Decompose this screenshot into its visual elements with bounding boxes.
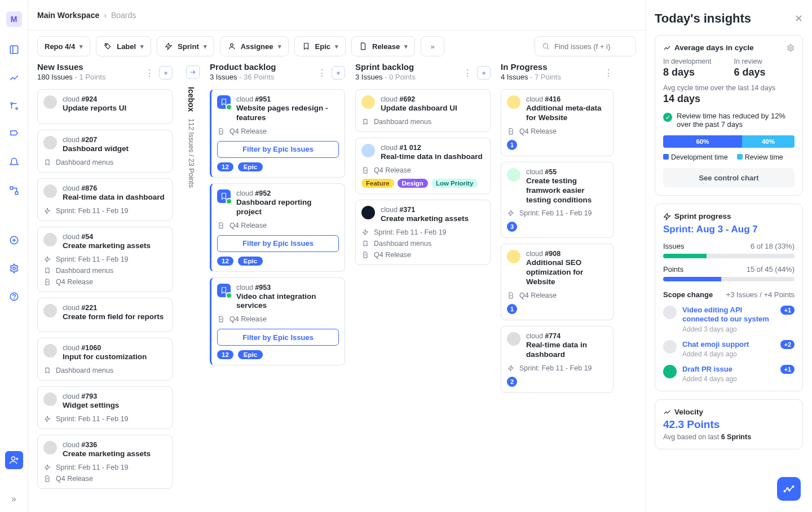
filter-assignee[interactable]: Assignee▾ xyxy=(220,36,289,56)
panel-sprint-progress: Sprint progress Sprint: Aug 3 - Aug 7 Is… xyxy=(655,204,803,391)
epic-card[interactable]: cloud #953 Video chat integration servic… xyxy=(210,277,345,366)
card-meta: Q4 Release xyxy=(361,166,484,174)
column-icebox-collapsed[interactable]: Icebox 112 Issues / 23 Points xyxy=(183,62,200,503)
panel-cycle-time: Average days in cycle In development8 da… xyxy=(655,35,803,196)
see-control-chart-button[interactable]: See control chart xyxy=(663,168,795,187)
avatar xyxy=(507,168,520,182)
column-in-progress: In Progress 4 Issues - 7 Points ⋮ cloud … xyxy=(501,62,614,503)
card-meta: Q4 Release xyxy=(217,222,339,229)
notifications-icon[interactable] xyxy=(8,157,20,168)
issue-card[interactable]: cloud #908 Additional SEO optimization f… xyxy=(501,244,614,320)
insights-panel: ✕ Today's insights Average days in cycle… xyxy=(645,0,812,512)
doc-icon xyxy=(361,166,369,174)
filter-sprint[interactable]: Sprint▾ xyxy=(157,36,214,56)
issue-card[interactable]: cloud #924 Update reports UI xyxy=(37,89,173,124)
card-meta: Q4 Release xyxy=(507,292,607,299)
add-card-button[interactable]: + xyxy=(477,66,491,80)
milestone-icon[interactable] xyxy=(8,129,20,140)
issue-card[interactable]: cloud #416 Additional meta-data for Webs… xyxy=(501,89,614,156)
search-box[interactable] xyxy=(535,36,636,56)
svg-point-17 xyxy=(543,43,548,48)
svg-rect-0 xyxy=(10,46,18,54)
svg-point-16 xyxy=(230,43,233,46)
reports-icon[interactable] xyxy=(8,72,20,83)
issue-card[interactable]: cloud #371 Create marketing assets Sprin… xyxy=(355,200,491,265)
issue-card[interactable]: cloud #1060 Input for customization Dash… xyxy=(37,338,173,381)
tag[interactable]: Low Priority xyxy=(431,179,478,188)
issue-card[interactable]: cloud #1 012 Real-time data in dashboard… xyxy=(355,138,491,194)
column-menu-button[interactable]: ⋮ xyxy=(603,68,614,78)
doc-icon xyxy=(507,292,515,299)
filter-by-epic-button[interactable]: Filter by Epic Issues xyxy=(217,329,339,346)
workspace-logo[interactable]: M xyxy=(6,11,22,27)
epic-count: 12 xyxy=(217,162,233,171)
close-icon[interactable]: ✕ xyxy=(795,12,803,25)
svg-point-2 xyxy=(11,103,12,104)
svg-rect-5 xyxy=(15,192,18,195)
doc-icon xyxy=(217,222,225,229)
bolt-icon xyxy=(663,213,671,220)
column-new-issues: New Issues 180 Issues - 1 Points ⋮ + clo… xyxy=(37,62,173,503)
issue-card[interactable]: cloud #55 Create testing framwork easier… xyxy=(501,162,614,239)
more-filters-button[interactable]: » xyxy=(421,36,444,56)
column-menu-button[interactable]: ⋮ xyxy=(462,68,473,78)
add-card-button[interactable]: + xyxy=(159,66,173,80)
user-icon xyxy=(227,42,236,51)
sprint-icon xyxy=(507,209,515,217)
filter-label[interactable]: Label▾ xyxy=(96,36,151,56)
epic-card[interactable]: cloud #951 Website pages redesign - feat… xyxy=(210,89,345,178)
svg-point-30 xyxy=(784,491,785,492)
issue-card[interactable]: cloud #54 Create marketing assets Sprint… xyxy=(37,227,173,292)
doc-icon xyxy=(217,315,225,323)
board-icon[interactable] xyxy=(8,44,20,55)
avatar xyxy=(361,144,375,157)
epic-pill: Epic xyxy=(238,162,263,171)
add-card-button[interactable]: + xyxy=(332,66,345,80)
scope-change-item[interactable]: Video editing API connected to our syste… xyxy=(663,306,795,333)
help-icon[interactable] xyxy=(8,291,20,302)
breadcrumb-workspace[interactable]: Main Workspace xyxy=(37,11,99,20)
avatar xyxy=(507,250,520,263)
scope-delta-badge: +1 xyxy=(780,365,795,374)
svg-point-12 xyxy=(11,457,15,460)
tag[interactable]: Feature xyxy=(361,179,394,188)
expand-rail-icon[interactable]: » xyxy=(11,494,16,504)
insights-fab[interactable] xyxy=(777,477,801,501)
card-meta: Sprint: Feb 11 - Feb 19 xyxy=(361,228,484,236)
search-input[interactable] xyxy=(554,42,629,51)
epic-card[interactable]: cloud #952 Dashboard reporting project Q… xyxy=(210,183,345,272)
list-icon xyxy=(361,118,369,126)
card-meta: Dashboard menus xyxy=(361,240,484,248)
scope-change-item[interactable]: Draft PR issueAdded 4 days ago +1 xyxy=(663,365,795,383)
doc-icon xyxy=(43,475,51,483)
filter-by-epic-button[interactable]: Filter by Epic Issues xyxy=(217,141,339,158)
invite-button[interactable] xyxy=(5,451,23,469)
svg-point-32 xyxy=(789,489,791,491)
issue-card[interactable]: cloud #207 Dashboard widget Dashboard me… xyxy=(37,130,173,173)
breadcrumb-page[interactable]: Boards xyxy=(111,11,136,20)
issue-card[interactable]: cloud #221 Create form field for reports xyxy=(37,298,173,333)
cycle-split-bar: 60% 40% xyxy=(663,135,795,148)
expand-icebox-button[interactable] xyxy=(186,65,200,79)
filter-epic[interactable]: Epic▾ xyxy=(294,36,346,56)
issue-card[interactable]: cloud #774 Real-time data in dashboard S… xyxy=(501,326,614,393)
issue-card[interactable]: cloud #336 Create marketing assets Sprin… xyxy=(37,435,173,489)
column-menu-button[interactable]: ⋮ xyxy=(317,68,327,78)
add-icon[interactable] xyxy=(8,235,20,246)
issue-card[interactable]: cloud #793 Widget settings Sprint: Feb 1… xyxy=(37,386,173,429)
tag[interactable]: Design xyxy=(398,179,428,188)
roadmap-icon[interactable] xyxy=(8,100,20,112)
chevron-right-icon: › xyxy=(104,11,107,20)
settings-icon[interactable] xyxy=(8,263,20,274)
filter-by-epic-button[interactable]: Filter by Epic Issues xyxy=(217,235,339,252)
filter-release[interactable]: Release▾ xyxy=(351,36,415,56)
svg-line-18 xyxy=(547,47,549,49)
issue-card[interactable]: cloud #692 Update dashboard UI Dashboard… xyxy=(355,89,491,132)
workflow-icon[interactable] xyxy=(8,185,20,196)
sprint-icon xyxy=(164,42,173,51)
issue-card[interactable]: cloud #876 Real-time data in dashboard S… xyxy=(37,178,173,221)
gear-icon[interactable] xyxy=(787,44,795,52)
column-menu-button[interactable]: ⋮ xyxy=(144,68,155,78)
filter-repo[interactable]: Repo 4/4▾ xyxy=(37,36,90,56)
scope-change-item[interactable]: Chat emoji supportAdded 4 days ago +2 xyxy=(663,340,795,358)
